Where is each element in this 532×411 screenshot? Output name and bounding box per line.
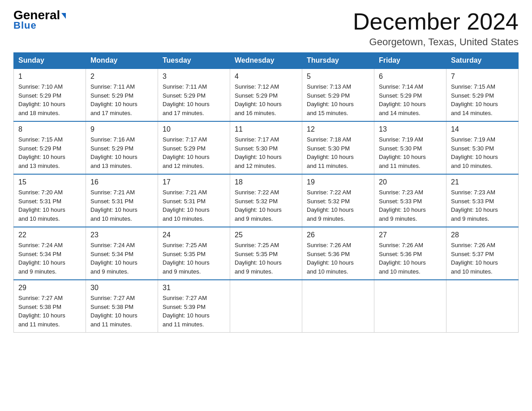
table-row: 21 Sunrise: 7:23 AM Sunset: 5:33 PM Dayl… [446,174,519,227]
day-number: 6 [379,73,442,81]
day-info: Sunrise: 7:18 AM Sunset: 5:30 PM Dayligh… [307,135,369,170]
day-number: 22 [18,231,81,239]
day-info: Sunrise: 7:19 AM Sunset: 5:30 PM Dayligh… [379,135,442,170]
col-monday: Monday [86,53,158,69]
day-info: Sunrise: 7:24 AM Sunset: 5:34 PM Dayligh… [90,241,153,276]
day-number: 10 [163,125,225,133]
table-row: 30 Sunrise: 7:27 AM Sunset: 5:38 PM Dayl… [86,280,158,333]
day-number: 11 [235,125,297,133]
page-header: General Blue December 2024 Georgetown, T… [13,9,519,48]
day-number: 13 [379,125,442,133]
table-row: 2 Sunrise: 7:11 AM Sunset: 5:29 PM Dayli… [86,68,158,121]
calendar-header-row: Sunday Monday Tuesday Wednesday Thursday… [14,53,519,69]
table-row: 25 Sunrise: 7:25 AM Sunset: 5:35 PM Dayl… [230,227,302,280]
calendar-week-row: 22 Sunrise: 7:24 AM Sunset: 5:34 PM Dayl… [14,227,519,280]
table-row [374,280,446,333]
col-wednesday: Wednesday [230,53,302,69]
calendar-week-row: 15 Sunrise: 7:20 AM Sunset: 5:31 PM Dayl… [14,174,519,227]
day-number: 25 [235,231,297,239]
table-row: 22 Sunrise: 7:24 AM Sunset: 5:34 PM Dayl… [14,227,86,280]
page-subtitle: Georgetown, Texas, United States [353,36,519,48]
table-row: 11 Sunrise: 7:17 AM Sunset: 5:30 PM Dayl… [230,121,302,174]
day-info: Sunrise: 7:15 AM Sunset: 5:29 PM Dayligh… [451,82,514,117]
day-info: Sunrise: 7:17 AM Sunset: 5:29 PM Dayligh… [163,135,225,170]
day-number: 2 [90,73,153,81]
day-info: Sunrise: 7:27 AM Sunset: 5:38 PM Dayligh… [18,294,81,329]
day-info: Sunrise: 7:17 AM Sunset: 5:30 PM Dayligh… [235,135,297,170]
page-title: December 2024 [353,9,519,34]
day-number: 27 [379,231,442,239]
day-number: 31 [163,284,225,292]
col-thursday: Thursday [302,53,374,69]
table-row: 20 Sunrise: 7:23 AM Sunset: 5:33 PM Dayl… [374,174,446,227]
table-row [446,280,519,333]
day-info: Sunrise: 7:25 AM Sunset: 5:35 PM Dayligh… [235,241,297,276]
table-row: 12 Sunrise: 7:18 AM Sunset: 5:30 PM Dayl… [302,121,374,174]
day-number: 20 [379,178,442,186]
day-info: Sunrise: 7:10 AM Sunset: 5:29 PM Dayligh… [18,82,81,117]
table-row: 16 Sunrise: 7:21 AM Sunset: 5:31 PM Dayl… [86,174,158,227]
table-row: 9 Sunrise: 7:16 AM Sunset: 5:29 PM Dayli… [86,121,158,174]
day-info: Sunrise: 7:11 AM Sunset: 5:29 PM Dayligh… [90,82,153,117]
day-number: 7 [451,73,514,81]
day-number: 26 [307,231,369,239]
day-info: Sunrise: 7:25 AM Sunset: 5:35 PM Dayligh… [163,241,225,276]
col-sunday: Sunday [14,53,86,69]
table-row: 31 Sunrise: 7:27 AM Sunset: 5:39 PM Dayl… [158,280,230,333]
day-number: 12 [307,125,369,133]
calendar-week-row: 1 Sunrise: 7:10 AM Sunset: 5:29 PM Dayli… [14,68,519,121]
table-row: 17 Sunrise: 7:21 AM Sunset: 5:31 PM Dayl… [158,174,230,227]
day-info: Sunrise: 7:13 AM Sunset: 5:29 PM Dayligh… [307,82,369,117]
table-row: 23 Sunrise: 7:24 AM Sunset: 5:34 PM Dayl… [86,227,158,280]
day-number: 3 [163,73,225,81]
day-info: Sunrise: 7:27 AM Sunset: 5:38 PM Dayligh… [90,294,153,329]
table-row: 3 Sunrise: 7:11 AM Sunset: 5:29 PM Dayli… [158,68,230,121]
day-info: Sunrise: 7:14 AM Sunset: 5:29 PM Dayligh… [379,82,442,117]
day-number: 1 [18,73,81,81]
day-info: Sunrise: 7:26 AM Sunset: 5:37 PM Dayligh… [451,241,514,276]
day-number: 29 [18,284,81,292]
day-info: Sunrise: 7:11 AM Sunset: 5:29 PM Dayligh… [163,82,225,117]
table-row: 5 Sunrise: 7:13 AM Sunset: 5:29 PM Dayli… [302,68,374,121]
table-row: 29 Sunrise: 7:27 AM Sunset: 5:38 PM Dayl… [14,280,86,333]
day-info: Sunrise: 7:12 AM Sunset: 5:29 PM Dayligh… [235,82,297,117]
table-row: 7 Sunrise: 7:15 AM Sunset: 5:29 PM Dayli… [446,68,519,121]
day-info: Sunrise: 7:19 AM Sunset: 5:30 PM Dayligh… [451,135,514,170]
day-number: 17 [163,178,225,186]
table-row: 19 Sunrise: 7:22 AM Sunset: 5:32 PM Dayl… [302,174,374,227]
day-number: 19 [307,178,369,186]
day-info: Sunrise: 7:16 AM Sunset: 5:29 PM Dayligh… [90,135,153,170]
day-number: 30 [90,284,153,292]
table-row: 15 Sunrise: 7:20 AM Sunset: 5:31 PM Dayl… [14,174,86,227]
day-info: Sunrise: 7:21 AM Sunset: 5:31 PM Dayligh… [90,188,153,223]
day-number: 16 [90,178,153,186]
day-number: 14 [451,125,514,133]
table-row: 1 Sunrise: 7:10 AM Sunset: 5:29 PM Dayli… [14,68,86,121]
day-info: Sunrise: 7:22 AM Sunset: 5:32 PM Dayligh… [235,188,297,223]
day-number: 9 [90,125,153,133]
table-row: 27 Sunrise: 7:26 AM Sunset: 5:36 PM Dayl… [374,227,446,280]
day-number: 28 [451,231,514,239]
day-number: 15 [18,178,81,186]
day-number: 18 [235,178,297,186]
table-row: 8 Sunrise: 7:15 AM Sunset: 5:29 PM Dayli… [14,121,86,174]
day-number: 21 [451,178,514,186]
day-info: Sunrise: 7:15 AM Sunset: 5:29 PM Dayligh… [18,135,81,170]
day-number: 5 [307,73,369,81]
table-row: 14 Sunrise: 7:19 AM Sunset: 5:30 PM Dayl… [446,121,519,174]
table-row: 26 Sunrise: 7:26 AM Sunset: 5:36 PM Dayl… [302,227,374,280]
table-row [302,280,374,333]
logo: General Blue [13,9,66,31]
day-number: 23 [90,231,153,239]
table-row: 10 Sunrise: 7:17 AM Sunset: 5:29 PM Dayl… [158,121,230,174]
day-info: Sunrise: 7:23 AM Sunset: 5:33 PM Dayligh… [451,188,514,223]
col-friday: Friday [374,53,446,69]
table-row: 24 Sunrise: 7:25 AM Sunset: 5:35 PM Dayl… [158,227,230,280]
col-tuesday: Tuesday [158,53,230,69]
day-info: Sunrise: 7:22 AM Sunset: 5:32 PM Dayligh… [307,188,369,223]
table-row: 28 Sunrise: 7:26 AM Sunset: 5:37 PM Dayl… [446,227,519,280]
day-number: 8 [18,125,81,133]
col-saturday: Saturday [446,53,519,69]
day-info: Sunrise: 7:26 AM Sunset: 5:36 PM Dayligh… [379,241,442,276]
day-info: Sunrise: 7:21 AM Sunset: 5:31 PM Dayligh… [163,188,225,223]
